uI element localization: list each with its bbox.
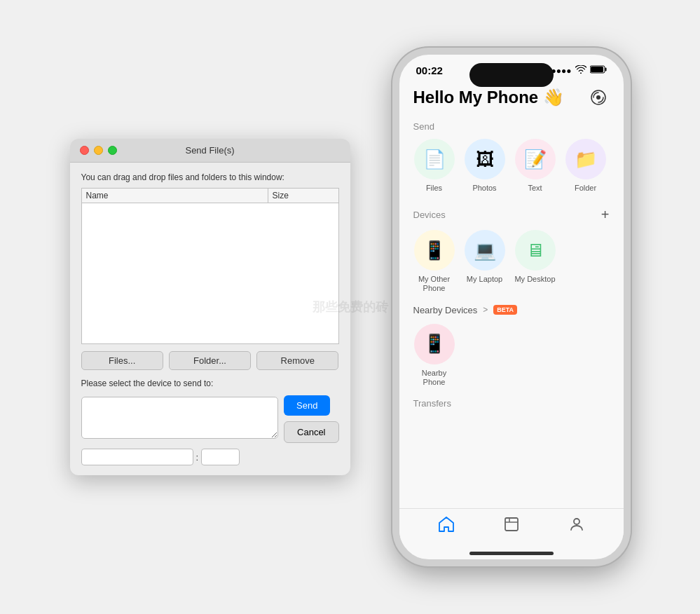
other-phone-label: My OtherPhone	[418, 275, 450, 293]
column-name: Name	[82, 189, 268, 203]
iphone-content: Hello My Phone 👋 Send 📄 Files 🖼 Photos	[399, 79, 624, 508]
other-phone-icon: 📱	[423, 240, 446, 261]
mac-traffic-lights	[80, 146, 117, 155]
laptop-icon-circle: 💻	[465, 230, 505, 271]
nearby-icon-grid: 📱 NearbyPhone	[413, 324, 610, 387]
app-title: Hello My Phone 👋	[413, 88, 564, 107]
minimize-button[interactable]	[94, 146, 103, 155]
ip-input[interactable]	[81, 449, 193, 465]
send-item-text[interactable]: 📝 Text	[514, 139, 556, 193]
home-indicator	[399, 547, 624, 559]
mac-titlebar: Send File(s)	[70, 139, 350, 163]
desktop-label: My Desktop	[514, 275, 555, 284]
folder-label: Folder	[575, 184, 596, 193]
status-icons: ●●●●	[551, 65, 607, 76]
ip-port-row: :	[81, 449, 339, 465]
airdrop-icon[interactable]	[587, 86, 610, 109]
nearby-section-header: Nearby Devices > BETA	[413, 305, 610, 315]
battery-icon	[590, 65, 607, 76]
close-button[interactable]	[80, 146, 89, 155]
add-device-button[interactable]: +	[601, 207, 610, 223]
nearby-phone-item[interactable]: 📱 NearbyPhone	[413, 324, 455, 387]
column-size: Size	[268, 189, 338, 203]
send-button[interactable]: Send	[284, 395, 330, 416]
folder-icon-circle: 📁	[565, 139, 606, 179]
send-item-files[interactable]: 📄 Files	[413, 139, 455, 193]
text-icon-circle: 📝	[515, 139, 556, 179]
nav-profile-icon[interactable]	[568, 516, 585, 537]
app-header: Hello My Phone 👋	[413, 86, 610, 109]
svg-point-6	[574, 519, 579, 524]
device-input[interactable]	[81, 397, 279, 439]
send-section-label: Send	[413, 121, 610, 132]
cancel-button[interactable]: Cancel	[284, 421, 338, 443]
send-icon-grid: 📄 Files 🖼 Photos 📝 Text 📁 Folder	[413, 139, 610, 193]
select-device-label: Please select the device to send to:	[81, 378, 339, 388]
svg-rect-2	[591, 67, 603, 72]
desktop-icon-circle: 🖥	[515, 230, 556, 271]
photos-icon: 🖼	[476, 149, 494, 170]
colon-separator: :	[196, 452, 199, 463]
send-cancel-col: Send Cancel	[284, 393, 338, 443]
text-icon: 📝	[524, 149, 547, 170]
nearby-phone-icon-circle: 📱	[414, 324, 455, 364]
nearby-devices-label: Nearby Devices	[413, 305, 478, 315]
file-action-buttons: Files... Folder... Remove	[81, 351, 339, 370]
svg-rect-1	[605, 68, 606, 71]
wifi-icon	[575, 65, 586, 76]
port-input[interactable]	[201, 449, 240, 465]
file-table: Name Size	[81, 188, 339, 344]
status-time: 00:22	[416, 64, 443, 76]
signal-icon: ●●●●	[551, 66, 572, 76]
folder-button[interactable]: Folder...	[169, 351, 251, 370]
home-bar	[469, 552, 554, 555]
files-icon-circle: 📄	[414, 139, 455, 179]
files-label: Files	[426, 184, 442, 193]
send-item-folder[interactable]: 📁 Folder	[565, 139, 607, 193]
mac-content: You can drag and drop files and folders …	[70, 163, 350, 475]
device-other-phone[interactable]: 📱 My OtherPhone	[413, 230, 455, 293]
send-item-photos[interactable]: 🖼 Photos	[464, 139, 506, 193]
nav-files-icon[interactable]	[503, 516, 520, 537]
files-icon: 📄	[423, 149, 446, 170]
devices-section-header: Devices +	[413, 207, 610, 223]
nearby-phone-label: NearbyPhone	[422, 369, 446, 387]
beta-badge: BETA	[493, 305, 517, 315]
desktop-icon: 🖥	[526, 240, 544, 261]
text-label: Text	[528, 184, 542, 193]
transfers-section-label: Transfers	[413, 398, 610, 409]
bottom-nav	[399, 508, 624, 547]
photos-label: Photos	[472, 184, 496, 193]
window-title: Send File(s)	[185, 145, 234, 156]
other-phone-icon-circle: 📱	[414, 230, 455, 271]
svg-point-4	[596, 95, 601, 100]
folder-icon: 📁	[575, 149, 597, 170]
device-desktop[interactable]: 🖥 My Desktop	[514, 230, 556, 293]
devices-icon-grid: 📱 My OtherPhone 💻 My Laptop 🖥 My Desktop	[413, 230, 610, 293]
laptop-icon: 💻	[474, 240, 496, 261]
nearby-phone-icon: 📱	[423, 333, 446, 355]
nav-home-icon[interactable]	[437, 516, 455, 537]
device-laptop[interactable]: 💻 My Laptop	[464, 230, 506, 293]
file-table-body[interactable]	[82, 203, 338, 343]
dynamic-island	[469, 63, 554, 87]
file-table-header: Name Size	[82, 189, 338, 203]
files-button[interactable]: Files...	[81, 351, 163, 370]
devices-section-label: Devices	[413, 210, 446, 220]
maximize-button[interactable]	[108, 146, 117, 155]
mac-window: Send File(s) You can drag and drop files…	[70, 139, 350, 475]
drag-drop-info: You can drag and drop files and folders …	[81, 172, 339, 182]
remove-button[interactable]: Remove	[256, 351, 338, 370]
device-select-row: Send Cancel	[81, 393, 339, 443]
svg-rect-5	[505, 518, 518, 531]
photos-icon-circle: 🖼	[465, 139, 505, 179]
iphone-frame: 00:22 ●●●● Hello My Phone	[392, 48, 631, 566]
laptop-label: My Laptop	[467, 275, 502, 284]
nearby-chevron-icon[interactable]: >	[483, 305, 488, 315]
